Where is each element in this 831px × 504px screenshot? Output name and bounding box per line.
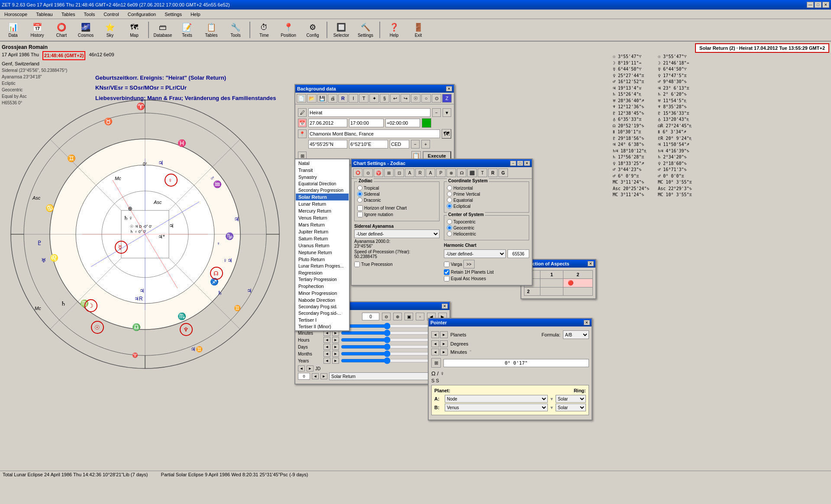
planet-a-select[interactable]: Node	[445, 395, 548, 403]
coord-prime-vertical[interactable]	[447, 191, 452, 197]
bg-tool-dot-circle[interactable]: ⊙	[432, 94, 441, 103]
type-jupiter-return[interactable]: Jupiter Return	[296, 228, 349, 235]
harmonic-value-input[interactable]	[508, 249, 529, 258]
type-lunar-return[interactable]: Lunar Return	[296, 200, 349, 207]
bg-date-input[interactable]	[308, 119, 347, 127]
data-button[interactable]: 📊 Data	[2, 20, 24, 40]
bg-zone-minus[interactable]: −	[411, 140, 420, 149]
position-button[interactable]: 📍 Position	[277, 20, 300, 40]
bg-tool-t[interactable]: T	[359, 94, 369, 103]
true-precession-check[interactable]	[354, 262, 360, 267]
bg-tool-circle[interactable]: ○	[421, 94, 431, 103]
type-secondary-prog[interactable]: Secondary Progression	[296, 187, 349, 194]
bg-event-name-input[interactable]	[308, 108, 430, 117]
bg-tool-save[interactable]: 💾	[317, 94, 327, 103]
coord-horizontal[interactable]	[447, 185, 452, 191]
center-heliocentric[interactable]	[447, 231, 452, 236]
type-minor[interactable]: Minor Progression	[296, 290, 349, 297]
type-saturn-return[interactable]: Saturn Return	[296, 235, 349, 242]
years-down[interactable]: ◄	[323, 358, 330, 364]
angle-icon[interactable]: ⊞	[431, 358, 441, 368]
degrees-next[interactable]: ►	[440, 340, 448, 347]
chart-button[interactable]: ⭕ Chart	[50, 20, 73, 40]
bg-location-btn[interactable]: 🗺	[442, 129, 451, 139]
zodiac-draconic[interactable]	[357, 197, 362, 203]
bg-time-input[interactable]	[349, 119, 384, 127]
s-btn-8[interactable]: A	[426, 168, 435, 177]
planets-next[interactable]: ►	[440, 331, 448, 338]
type-equatorial[interactable]: Equatorial Direction	[296, 181, 349, 187]
type-regression[interactable]: Regression	[296, 269, 349, 276]
type-lunar-prog[interactable]: Lunar Return Progres...	[296, 263, 349, 269]
harmonic-select[interactable]: -User defined-	[444, 249, 506, 258]
bg-lat-input[interactable]	[308, 140, 347, 149]
bg-lon-input[interactable]	[349, 140, 388, 149]
s-btn-7[interactable]: R	[415, 168, 425, 177]
ring-b-select[interactable]: Solar	[556, 404, 586, 411]
minutes-ptr-prev[interactable]: ◄	[431, 349, 439, 355]
menu-horoscope[interactable]: Horoscope	[2, 11, 30, 18]
close-button[interactable]: ✕	[822, 2, 829, 8]
menu-control[interactable]: Control	[101, 11, 121, 18]
s-btn-13[interactable]: T	[478, 168, 487, 177]
menu-tables[interactable]: Tables	[59, 11, 78, 18]
months-slider[interactable]	[341, 351, 433, 357]
s-btn-11[interactable]: ☊	[457, 168, 466, 177]
days-slider[interactable]	[341, 344, 433, 350]
time-button[interactable]: ⏱ Time	[253, 20, 275, 40]
type-mercury-return[interactable]: Mercury Return	[296, 207, 349, 214]
chart-settings-minimize[interactable]: −	[510, 161, 516, 166]
s-btn-12[interactable]: ⬛	[467, 168, 477, 177]
type-tertiary[interactable]: Tertiary Progression	[296, 276, 349, 283]
planet-b-select[interactable]: Venus	[445, 404, 548, 411]
bg-tool-sun[interactable]: ☉	[411, 94, 420, 103]
tools-button[interactable]: 🔧 Tools	[224, 20, 247, 40]
chart-settings-maximize[interactable]: □	[517, 161, 523, 166]
ring-a-select[interactable]: Solar	[556, 395, 586, 403]
s-btn-10[interactable]: ⊗	[446, 168, 456, 177]
jd-up[interactable]: ►	[307, 365, 314, 372]
type-natal[interactable]: Natal	[296, 160, 349, 167]
type-mars-return[interactable]: Mars Return	[296, 221, 349, 228]
time-bottom-value[interactable]	[298, 373, 310, 380]
type-venus-return[interactable]: Venus Return	[296, 214, 349, 221]
help-button[interactable]: ❓ Help	[383, 20, 405, 40]
bg-tool-star[interactable]: ✦	[369, 94, 379, 103]
type-neptune-return[interactable]: Neptune Return	[296, 249, 349, 256]
bg-location-input[interactable]	[308, 129, 440, 138]
type-secondary-sid[interactable]: Secondary Prog.sid.	[296, 304, 349, 310]
coord-ecliptical[interactable]	[447, 204, 452, 209]
bg-tool-blue[interactable]: Z	[442, 94, 452, 103]
bg-zone-plus[interactable]: +	[421, 140, 430, 149]
type-tertiser2[interactable]: Tertiser II (Minor)	[296, 323, 349, 330]
menu-settings[interactable]: Settings	[162, 11, 184, 18]
hours-up[interactable]: ►	[332, 337, 339, 343]
days-up[interactable]: ►	[332, 344, 339, 350]
bg-event-minus[interactable]: −	[432, 108, 441, 117]
months-up[interactable]: ►	[332, 351, 339, 357]
type-tertiser1[interactable]: Tertiser I	[296, 317, 349, 323]
bg-zone-input[interactable]	[390, 140, 409, 149]
type-solar-return[interactable]: Solar Return	[296, 194, 349, 200]
days-down[interactable]: ◄	[323, 344, 330, 350]
years-slider[interactable]	[341, 358, 433, 364]
selector-button[interactable]: 🔲 Selector	[330, 20, 352, 40]
type-synastry[interactable]: Synastry	[296, 174, 349, 181]
direction-close[interactable]: ✕	[588, 261, 594, 266]
type-nabode[interactable]: Nabode Direction	[296, 297, 349, 304]
bg-data-close[interactable]: ✕	[446, 86, 452, 91]
coord-equatorial[interactable]	[447, 197, 452, 203]
tables-button[interactable]: 📋 Tables	[200, 20, 223, 40]
formula-select[interactable]: A/B	[563, 330, 589, 339]
bg-tool-new[interactable]: 📄	[297, 94, 306, 103]
varga-check[interactable]	[444, 262, 449, 267]
s-btn-G[interactable]: G	[498, 168, 508, 177]
bg-color-box[interactable]	[422, 118, 431, 128]
s-btn-R[interactable]: R	[488, 168, 498, 177]
bg-tool-I[interactable]: I	[349, 94, 358, 103]
time-value-input[interactable]	[362, 313, 379, 320]
map-button[interactable]: 🗺 Map	[123, 20, 146, 40]
type-secondary-sid2[interactable]: Secondary Prog.sid-...	[296, 310, 349, 317]
solar-return-up[interactable]: ►	[320, 373, 327, 379]
ignore-nutation-check[interactable]	[357, 212, 363, 217]
